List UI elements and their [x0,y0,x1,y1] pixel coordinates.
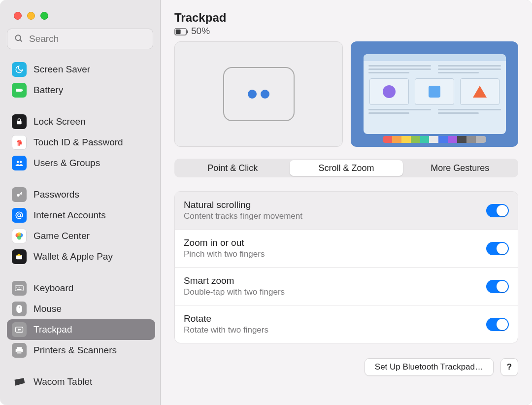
svg-rect-32 [429,86,440,98]
tab-more-gestures[interactable]: More Gestures [403,160,517,176]
sidebar-item-label: Wallet & Apple Pay [33,251,113,262]
sidebar-item-users-groups[interactable]: Users & Groups [7,153,155,173]
dock-illustration [383,136,487,143]
setting-subtitle: Pinch with two fingers [184,249,486,259]
svg-point-23 [18,329,19,330]
sidebar-item-keyboard[interactable]: Keyboard [7,278,155,299]
svg-rect-15 [16,287,17,288]
close-window-button[interactable] [14,12,22,20]
svg-point-7 [17,194,19,197]
monitor-window-illustration [364,54,506,135]
preview-row [174,41,518,147]
sidebar-item-label: Wacom Tablet [33,376,92,387]
sidebar-item-passwords[interactable]: Passwords [7,184,155,205]
game-center-icon [12,229,27,243]
svg-rect-18 [21,287,22,288]
toggle-zoom[interactable] [486,242,509,255]
setting-title: Smart zoom [184,275,486,286]
sidebar-item-wacom[interactable]: Wacom Tablet [7,371,155,392]
sidebar-item-mouse[interactable]: Mouse [7,299,155,319]
sidebar-item-game-center[interactable]: Game Center [7,226,155,246]
passwords-icon [12,187,27,202]
search-input[interactable] [7,29,153,49]
sidebar-item-internet-accounts[interactable]: Internet Accounts [7,205,155,226]
svg-point-0 [15,35,21,40]
page-title: Trackpad [174,11,518,25]
sidebar-item-label: Touch ID & Password [33,137,123,148]
setting-subtitle: Rotate with two fingers [184,325,486,335]
setting-smart-zoom: Smart zoom Double-tap with two fingers [175,268,518,305]
sidebar-section-display: Screen Saver Battery [7,59,155,101]
tab-point-click[interactable]: Point & Click [176,160,290,176]
svg-rect-4 [17,121,21,125]
gesture-result-preview [351,41,518,147]
battery-level-icon [174,28,188,35]
trackpad-battery-status: 50% [174,26,518,36]
help-button[interactable]: ? [500,358,518,376]
setting-zoom-in-out: Zoom in or out Pinch with two fingers [175,230,518,268]
sidebar-item-wallet[interactable]: Wallet & Apple Pay [7,246,155,267]
svg-rect-30 [176,29,181,34]
scroll-zoom-settings: Natural scrolling Content tracks finger … [174,191,518,343]
lock-screen-icon [12,114,27,129]
sidebar-item-label: Keyboard [33,283,73,294]
printers-icon [12,343,27,358]
battery-percent-label: 50% [191,26,210,36]
sidebar-item-printers[interactable]: Printers & Scanners [7,340,155,361]
search-container [7,29,153,49]
svg-point-6 [20,161,22,164]
content-area: Trackpad 50% [161,0,532,405]
trackpad-preview [174,41,343,147]
mouse-icon [12,302,27,316]
svg-rect-16 [18,287,19,288]
svg-rect-3 [22,90,23,91]
finger-dot-icon [248,90,257,99]
svg-rect-19 [17,289,22,290]
footer-actions: Set Up Bluetooth Trackpad… ? [174,358,518,376]
setting-subtitle: Content tracks finger movement [184,211,486,221]
svg-point-5 [17,161,19,164]
internet-accounts-icon [12,208,27,223]
svg-rect-20 [16,305,22,313]
svg-point-24 [20,329,21,330]
sidebar-item-label: Users & Groups [33,158,100,169]
users-groups-icon [12,156,27,170]
wallet-icon [12,249,27,264]
sidebar-item-trackpad[interactable]: Trackpad [7,319,155,340]
sidebar-item-label: Printers & Scanners [33,345,117,356]
svg-rect-14 [15,286,24,291]
sidebar-item-label: Battery [33,85,63,96]
setting-rotate: Rotate Rotate with two fingers [175,305,518,343]
sidebar-item-label: Mouse [33,304,62,314]
svg-rect-13 [16,255,22,259]
svg-rect-25 [17,347,22,349]
sidebar-item-label: Game Center [33,231,90,241]
system-settings-window: Screen Saver Battery Lock Screen [0,0,532,405]
sidebar-item-battery[interactable]: Battery [7,80,155,101]
toggle-natural-scrolling[interactable] [486,204,509,217]
sidebar-item-screen-saver[interactable]: Screen Saver [7,59,155,80]
trackpad-icon [12,322,27,337]
minimize-window-button[interactable] [27,12,35,20]
setting-subtitle: Double-tap with two fingers [184,287,486,297]
svg-line-1 [20,40,22,42]
sidebar-item-label: Screen Saver [33,64,90,75]
wacom-tablet-icon [12,374,27,389]
zoom-window-button[interactable] [40,12,48,20]
setup-bluetooth-trackpad-button[interactable]: Set Up Bluetooth Trackpad… [365,358,494,376]
sidebar-item-lock-screen[interactable]: Lock Screen [7,111,155,132]
sidebar-section-other: Wacom Tablet [7,371,155,392]
segmented-tabs: Point & Click Scroll & Zoom More Gesture… [174,159,518,177]
battery-icon [12,83,27,98]
toggle-smart-zoom[interactable] [486,280,509,293]
tab-scroll-zoom[interactable]: Scroll & Zoom [290,160,403,176]
svg-point-12 [17,233,21,236]
sidebar-item-touch-id[interactable]: Touch ID & Password [7,132,155,153]
setting-title: Zoom in or out [184,237,486,248]
toggle-rotate[interactable] [486,318,509,331]
sidebar-section-devices: Keyboard Mouse Trackpad [7,278,155,361]
sidebar-item-label: Internet Accounts [33,210,106,221]
svg-point-8 [18,214,21,217]
sidebar-item-label: Lock Screen [33,116,86,127]
setting-natural-scrolling: Natural scrolling Content tracks finger … [175,192,518,230]
